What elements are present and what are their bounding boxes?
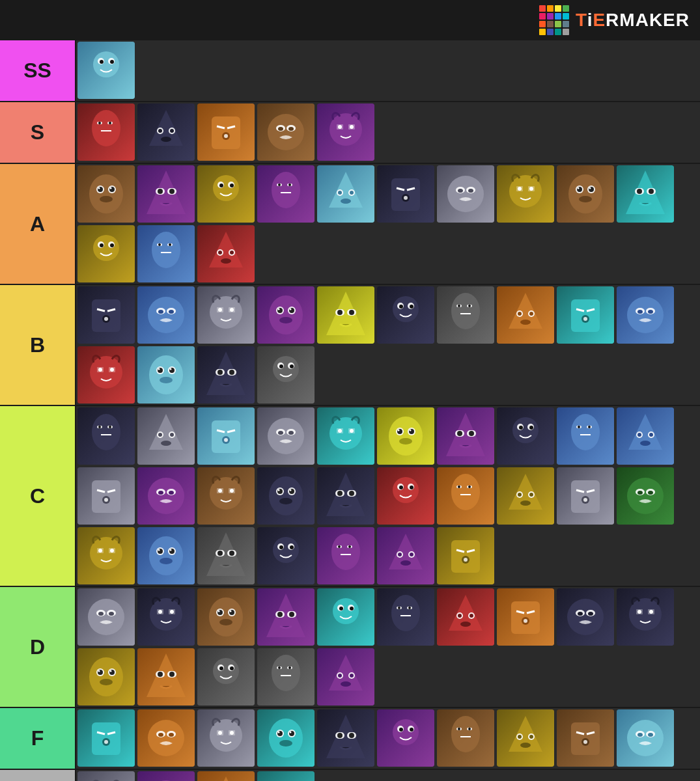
orange-lion-char[interactable]	[137, 648, 195, 706]
dark-blue-char[interactable]	[617, 286, 674, 344]
yellow-fly-char[interactable]	[317, 286, 374, 344]
purple-armor-char[interactable]	[377, 709, 434, 767]
ice-char-f[interactable]	[617, 709, 674, 767]
gold-ring-char[interactable]	[77, 225, 135, 282]
teal-spirit-char[interactable]	[257, 771, 315, 781]
purple-ring-char[interactable]	[257, 588, 315, 646]
orange-beak-char[interactable]	[497, 286, 554, 344]
tier-items-f	[75, 708, 700, 769]
white-fox-char[interactable]	[557, 467, 614, 525]
svg-point-128	[148, 297, 184, 333]
dark-dragon2-char[interactable]	[137, 588, 195, 646]
white-hair-char[interactable]	[437, 165, 494, 223]
purple-girl-char[interactable]	[137, 467, 195, 525]
blond-man-char[interactable]	[437, 527, 494, 584]
red-dark-char[interactable]	[77, 103, 135, 161]
svg-point-45	[100, 196, 113, 202]
gold-diamond-char[interactable]	[77, 527, 135, 584]
purple-wolf-char[interactable]	[317, 103, 374, 161]
teal-blob-char[interactable]	[617, 165, 674, 223]
gold-monk-char[interactable]	[497, 467, 554, 525]
gray-wolf2-char[interactable]	[197, 527, 255, 584]
red-white-char[interactable]	[437, 588, 494, 646]
dark-diamond-char[interactable]	[617, 588, 674, 646]
teal-ghost-char[interactable]	[317, 407, 374, 465]
purple-ghost-char[interactable]	[137, 165, 195, 223]
teal-orb-char[interactable]	[557, 286, 614, 344]
brown-eye-char[interactable]	[77, 165, 135, 223]
gold-sun-char[interactable]	[497, 709, 554, 767]
ice-blue-char[interactable]	[317, 165, 374, 223]
dark-wings-char[interactable]	[77, 286, 135, 344]
orange-sun2-char[interactable]	[497, 588, 554, 646]
dark-spin-char[interactable]	[257, 467, 315, 525]
gold-star-char[interactable]	[77, 648, 135, 706]
brown-horn-char[interactable]	[557, 165, 614, 223]
purple-dark-char[interactable]	[137, 771, 195, 781]
red-kanji-char[interactable]	[197, 225, 255, 282]
dark-wing2-char[interactable]	[377, 588, 434, 646]
red-flame-char[interactable]	[77, 346, 135, 404]
gray-wolf-char[interactable]	[437, 286, 494, 344]
ice-character-1[interactable]	[77, 42, 135, 99]
brown-fox-char[interactable]	[197, 467, 255, 525]
purple-lantern-char[interactable]	[257, 286, 315, 344]
teal-orb2-char[interactable]	[317, 588, 374, 646]
boar-char[interactable]	[257, 103, 315, 161]
svg-point-515	[410, 728, 413, 732]
white-skull-char[interactable]	[197, 709, 255, 767]
blue-wing2-char[interactable]	[137, 527, 195, 584]
orange-slime-char[interactable]	[437, 467, 494, 525]
dark-eye-char[interactable]	[197, 346, 255, 404]
tier-label-a: A	[0, 164, 75, 284]
brown-armor2-char[interactable]	[437, 709, 494, 767]
teal-circle-char[interactable]	[257, 709, 315, 767]
ice-wing-char[interactable]	[137, 346, 195, 404]
snow2-char[interactable]	[77, 467, 135, 525]
dark-mech-char[interactable]	[137, 103, 195, 161]
svg-point-145	[278, 308, 280, 310]
yellow-eye2-char[interactable]	[377, 407, 434, 465]
dark-face-char[interactable]	[497, 407, 554, 465]
dark-man-char[interactable]	[317, 467, 374, 525]
dark-blue2-char[interactable]	[617, 407, 674, 465]
orange-sun-char[interactable]	[197, 103, 255, 161]
blue-armor-char[interactable]	[137, 286, 195, 344]
snow-char[interactable]	[137, 407, 195, 465]
svg-point-95	[589, 187, 591, 189]
mask3-char[interactable]	[257, 648, 315, 706]
purple-hood-char[interactable]	[437, 407, 494, 465]
dark-armor2-char[interactable]	[317, 709, 374, 767]
svg-point-209	[290, 364, 294, 368]
dark-hood-char[interactable]	[377, 286, 434, 344]
svg-point-536	[627, 720, 664, 756]
dark-armor-char[interactable]	[257, 527, 315, 584]
purple-girl4-char[interactable]	[317, 648, 374, 706]
brown-armor3-char[interactable]	[557, 709, 614, 767]
teal-eye-char[interactable]	[77, 709, 135, 767]
red-ghost-char[interactable]	[377, 467, 434, 525]
silver-mech-char[interactable]	[77, 771, 135, 781]
brown-armor-char[interactable]	[197, 588, 255, 646]
smile-char[interactable]	[197, 407, 255, 465]
dark-sword-char[interactable]	[77, 407, 135, 465]
mask2-char[interactable]	[197, 648, 255, 706]
gold-swirl-char[interactable]	[197, 165, 255, 223]
purple-girl2-char[interactable]	[317, 527, 374, 584]
white-rabbit-char[interactable]	[257, 407, 315, 465]
white-fur-char[interactable]	[197, 286, 255, 344]
blue-dragon-char[interactable]	[137, 225, 195, 282]
white-red-char[interactable]	[77, 588, 135, 646]
blue-armor2-char[interactable]	[557, 407, 614, 465]
svg-point-311	[410, 486, 413, 489]
green-frog-char[interactable]	[617, 467, 674, 525]
purple-girl3-char[interactable]	[377, 527, 434, 584]
orange-owl-char[interactable]	[197, 771, 255, 781]
dark-cat-char[interactable]	[557, 588, 614, 646]
mask-char[interactable]	[257, 346, 315, 404]
dark-mech2-char[interactable]	[377, 165, 434, 223]
purple-smile-char[interactable]	[257, 165, 315, 223]
orange-dark-char[interactable]	[137, 709, 195, 767]
svg-point-290	[218, 489, 222, 493]
gold-eye-char[interactable]	[497, 165, 554, 223]
